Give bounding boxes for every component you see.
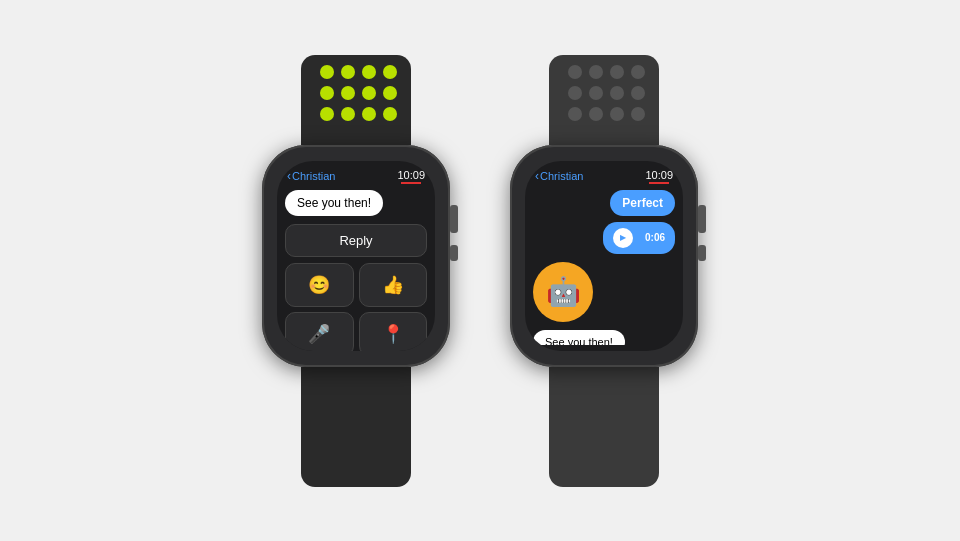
band-dot xyxy=(568,86,582,100)
audio-bubble[interactable]: ▶ 0:06 xyxy=(603,222,675,254)
band-dot xyxy=(320,86,334,100)
band-dot xyxy=(631,458,645,472)
band-dot xyxy=(341,65,355,79)
band-dot xyxy=(341,86,355,100)
band-dot xyxy=(568,65,582,79)
watch-screen-1: ‹ Christian 10:09 See you then! Reply xyxy=(277,161,435,351)
screen-header-1: ‹ Christian 10:09 xyxy=(285,169,427,184)
like-icon: 👍 xyxy=(382,274,404,296)
watch-crown xyxy=(450,205,458,233)
band-dot xyxy=(589,86,603,100)
time-block-2: 10:09 xyxy=(645,169,673,184)
emoji-button[interactable]: 😊 xyxy=(285,263,354,307)
time-underline-1 xyxy=(401,182,421,184)
band-dot xyxy=(589,65,603,79)
band-dot xyxy=(383,65,397,79)
back-link-2[interactable]: ‹ Christian xyxy=(535,169,583,183)
band-top-dots xyxy=(320,65,392,121)
band-dot xyxy=(362,65,376,79)
band-dot xyxy=(610,107,624,121)
band-dot xyxy=(589,107,603,121)
band-dot xyxy=(341,107,355,121)
band-dot xyxy=(610,65,624,79)
band-dot xyxy=(320,107,334,121)
conversation: Perfect ▶ 0:06 🤖 xyxy=(533,190,675,345)
screen-header-2: ‹ Christian 10:09 xyxy=(533,169,675,184)
band-dot xyxy=(383,107,397,121)
band-dot xyxy=(383,458,397,472)
contact-name-2: Christian xyxy=(540,170,583,182)
screen-content-2: ‹ Christian 10:09 Perfect xyxy=(525,161,683,351)
band-bottom-right xyxy=(549,367,659,487)
sticker: 🤖 xyxy=(533,262,593,322)
band-dot xyxy=(362,458,376,472)
time-block-1: 10:09 xyxy=(397,169,425,184)
watch-body-2: ‹ Christian 10:09 Perfect xyxy=(510,145,698,367)
band-dot xyxy=(568,107,582,121)
watch-2: ‹ Christian 10:09 Perfect xyxy=(510,55,698,487)
watch-button xyxy=(450,245,458,261)
band-dot xyxy=(631,65,645,79)
band-dot xyxy=(631,86,645,100)
watch-crown-2 xyxy=(698,205,706,233)
message-bubble-2: See you then! xyxy=(533,330,625,345)
watch-body-1: ‹ Christian 10:09 See you then! Reply xyxy=(262,145,450,367)
band-top-left xyxy=(301,55,411,145)
reply-button[interactable]: Reply xyxy=(285,224,427,257)
mic-icon: 🎤 xyxy=(308,323,330,345)
band-dot xyxy=(589,458,603,472)
screen-time-2: 10:09 xyxy=(645,169,673,181)
watch-button-2 xyxy=(698,245,706,261)
sticker-area: 🤖 xyxy=(533,262,675,322)
band-dot xyxy=(383,86,397,100)
band-bottom-dots xyxy=(320,458,392,472)
mic-button[interactable]: 🎤 xyxy=(285,312,354,351)
like-button[interactable]: 👍 xyxy=(359,263,428,307)
play-button[interactable]: ▶ xyxy=(613,228,633,248)
emoji-icon: 😊 xyxy=(308,274,330,296)
band-dot xyxy=(320,65,334,79)
screen-content-1: ‹ Christian 10:09 See you then! Reply xyxy=(277,161,435,351)
back-chevron-icon: ‹ xyxy=(287,169,291,183)
screen-time-1: 10:09 xyxy=(397,169,425,181)
action-grid: 😊 👍 🎤 📍 xyxy=(285,263,427,351)
band-dot xyxy=(362,107,376,121)
band-dot xyxy=(320,458,334,472)
audio-duration: 0:06 xyxy=(645,232,665,243)
sticker-emoji: 🤖 xyxy=(546,275,581,308)
back-link-1[interactable]: ‹ Christian xyxy=(287,169,335,183)
time-underline-2 xyxy=(649,182,669,184)
perfect-bubble: Perfect xyxy=(610,190,675,216)
band-dot xyxy=(610,86,624,100)
band-dot xyxy=(610,458,624,472)
band-top-right xyxy=(549,55,659,145)
location-icon: 📍 xyxy=(382,323,404,345)
watch-1: ‹ Christian 10:09 See you then! Reply xyxy=(262,55,450,487)
band-bottom-dots-2 xyxy=(568,458,640,472)
back-chevron-icon-2: ‹ xyxy=(535,169,539,183)
band-dot xyxy=(631,107,645,121)
band-top-dots-2 xyxy=(568,65,640,121)
band-dot xyxy=(362,86,376,100)
band-dot xyxy=(341,458,355,472)
watch-screen-2: ‹ Christian 10:09 Perfect xyxy=(525,161,683,351)
band-bottom-left xyxy=(301,367,411,487)
contact-name-1: Christian xyxy=(292,170,335,182)
location-button[interactable]: 📍 xyxy=(359,312,428,351)
band-dot xyxy=(568,458,582,472)
message-bubble-1: See you then! xyxy=(285,190,383,216)
